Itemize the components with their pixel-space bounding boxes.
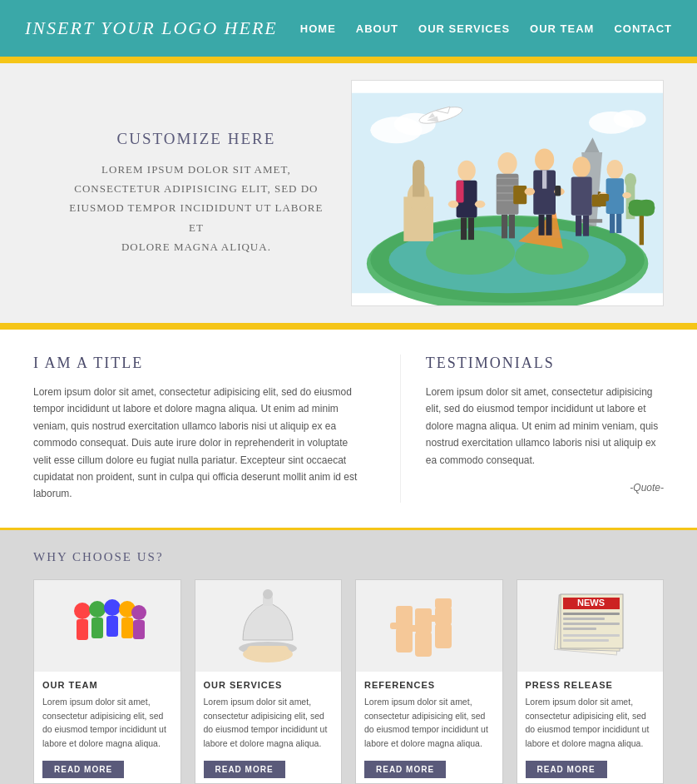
card-body-press: Press Release Lorem ipsum dolor sit amet… <box>517 672 664 783</box>
content-right: Testimonials Lorem ipsum dolor sit amet,… <box>400 355 664 503</box>
svg-rect-80 <box>247 646 289 657</box>
svg-rect-47 <box>538 215 544 236</box>
card-image-team <box>34 580 180 672</box>
svg-rect-73 <box>121 618 133 638</box>
card-references: References Lorem ipsum dolor sit amet, c… <box>355 579 503 784</box>
svg-rect-85 <box>415 632 432 657</box>
card-body-references: References Lorem ipsum dolor sit amet, c… <box>356 672 502 783</box>
yellow-bar <box>0 57 697 63</box>
content-left: I am a Title Lorem ipsum dolor sit amet,… <box>33 355 367 503</box>
why-title: Why Choose Us? <box>33 550 664 564</box>
svg-rect-102 <box>563 634 620 637</box>
references-icon <box>388 586 471 665</box>
svg-point-27 <box>628 201 655 216</box>
svg-rect-31 <box>461 217 467 240</box>
card-text-team: Lorem ipsum dolor sit amet, consectetur … <box>42 695 172 751</box>
svg-rect-42 <box>502 215 507 239</box>
nav-contact[interactable]: Contact <box>614 22 672 35</box>
svg-rect-89 <box>435 623 452 648</box>
card-image-services <box>195 580 342 672</box>
svg-point-34 <box>448 201 458 208</box>
svg-rect-62 <box>616 214 621 233</box>
svg-rect-91 <box>435 598 452 608</box>
svg-rect-71 <box>106 616 118 637</box>
card-title-press: Press Release <box>526 680 655 690</box>
nav-services[interactable]: Our Services <box>418 22 510 35</box>
svg-rect-103 <box>563 639 609 642</box>
card-body-services: Our Services Lorem ipsum dolor sit amet,… <box>195 672 342 783</box>
svg-text:NEWS: NEWS <box>577 598 605 608</box>
svg-point-23 <box>625 173 636 188</box>
svg-rect-98 <box>563 613 620 615</box>
card-press-release: NEWS Press Release Lorem ipsum dolor sit… <box>517 579 665 784</box>
svg-point-68 <box>89 601 106 618</box>
svg-point-53 <box>572 156 590 177</box>
nav-team[interactable]: Our Team <box>530 22 594 35</box>
right-title: Testimonials <box>426 355 664 372</box>
svg-point-50 <box>524 188 534 196</box>
header: Insert Your Logo Here Home About Our Ser… <box>0 0 697 57</box>
svg-rect-48 <box>546 215 551 236</box>
read-more-team[interactable]: Read More <box>42 761 124 778</box>
news-icon: NEWS <box>548 586 631 665</box>
svg-rect-61 <box>610 214 615 233</box>
svg-rect-55 <box>576 216 581 236</box>
card-text-services: Lorem ipsum dolor sit amet, consectetur … <box>204 695 334 751</box>
hero-image <box>351 80 664 306</box>
card-image-references <box>356 580 502 672</box>
svg-point-66 <box>74 603 91 619</box>
read-more-press[interactable]: Read More <box>526 761 607 778</box>
svg-point-59 <box>606 160 623 179</box>
hero-illustration <box>352 81 663 305</box>
read-more-services[interactable]: Read More <box>204 761 285 778</box>
content-section: I am a Title Lorem ipsum dolor sit amet,… <box>0 330 697 530</box>
svg-rect-87 <box>415 608 432 618</box>
svg-point-78 <box>263 589 273 599</box>
svg-rect-33 <box>456 181 463 203</box>
logo: Insert Your Logo Here <box>25 17 278 39</box>
nav-home[interactable]: Home <box>300 22 336 35</box>
nav: Home About Our Services Our Team Contact <box>300 22 672 35</box>
quote: -Quote- <box>426 482 664 494</box>
svg-point-70 <box>104 599 121 616</box>
nav-about[interactable]: About <box>356 22 398 35</box>
why-section: Why Choose Us? Our <box>0 530 697 784</box>
team-icon <box>66 586 149 665</box>
svg-rect-90 <box>435 607 452 625</box>
svg-rect-88 <box>409 625 418 632</box>
card-text-press: Lorem ipsum dolor sit amet, consectetur … <box>526 695 655 751</box>
svg-point-4 <box>613 110 645 127</box>
svg-rect-92 <box>429 615 437 622</box>
svg-rect-43 <box>509 215 515 239</box>
svg-rect-49 <box>542 170 546 188</box>
svg-point-29 <box>457 161 475 181</box>
cards-container: Our Team Lorem ipsum dolor sit amet, con… <box>33 579 664 784</box>
read-more-references[interactable]: Read More <box>364 761 446 778</box>
card-body-team: Our Team Lorem ipsum dolor sit amet, con… <box>34 672 180 783</box>
svg-point-35 <box>475 201 485 208</box>
svg-rect-67 <box>77 619 88 640</box>
svg-rect-101 <box>563 628 596 630</box>
svg-rect-44 <box>513 186 526 204</box>
card-title-references: References <box>364 680 494 690</box>
services-icon <box>226 586 309 665</box>
card-image-press: NEWS <box>517 580 664 672</box>
svg-point-64 <box>622 192 631 198</box>
svg-rect-84 <box>390 623 398 629</box>
svg-point-17 <box>413 160 424 175</box>
right-body: Lorem ipsum dolor sit amet, consectetur … <box>426 384 664 469</box>
section-divider <box>0 323 697 330</box>
svg-rect-52 <box>555 186 561 196</box>
card-title-team: Our Team <box>42 680 172 690</box>
svg-rect-81 <box>396 628 413 653</box>
svg-rect-100 <box>563 623 620 625</box>
svg-point-74 <box>131 605 146 620</box>
left-title: I am a Title <box>33 355 367 372</box>
svg-rect-69 <box>91 618 103 638</box>
card-our-team: Our Team Lorem ipsum dolor sit amet, con… <box>33 579 181 784</box>
svg-rect-83 <box>396 606 413 616</box>
svg-rect-32 <box>468 217 474 240</box>
card-text-references: Lorem ipsum dolor sit amet, consectetur … <box>364 695 494 751</box>
svg-point-36 <box>497 152 517 175</box>
hero-section: Customize Here LOREM IPSUM DOLOR SIT AME… <box>0 63 697 323</box>
